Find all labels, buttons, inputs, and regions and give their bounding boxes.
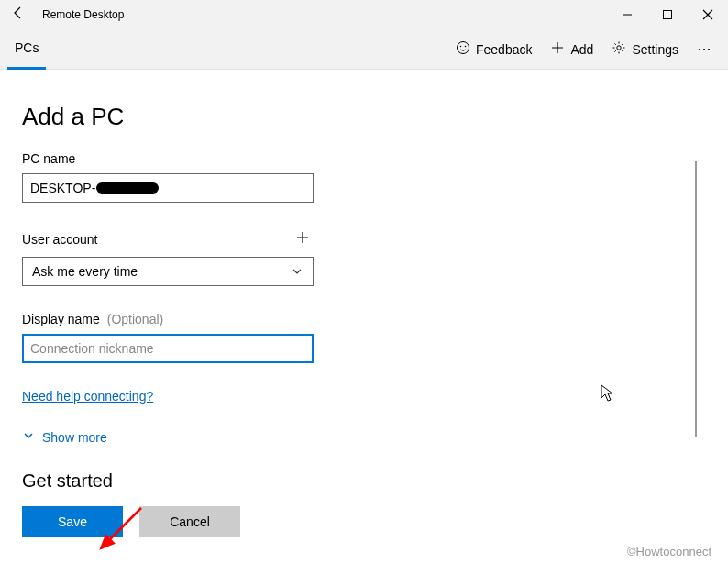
svg-point-8 (708, 48, 710, 50)
pc-name-label: PC name (22, 151, 352, 166)
user-account-label: User account (22, 232, 97, 247)
redacted-text (96, 182, 159, 194)
svg-point-3 (460, 46, 462, 48)
show-more-label: Show more (42, 430, 107, 445)
title-bar: Remote Desktop (0, 0, 728, 29)
user-account-select[interactable]: Ask me every time (22, 257, 314, 286)
chevron-down-icon (22, 429, 35, 445)
svg-rect-1 (664, 11, 672, 19)
show-more-toggle[interactable]: Show more (22, 429, 352, 445)
save-button[interactable]: Save (22, 506, 123, 537)
svg-point-5 (617, 46, 621, 50)
feedback-button[interactable]: Feedback (447, 33, 541, 66)
svg-point-2 (458, 42, 469, 54)
chevron-down-icon (291, 265, 303, 278)
cancel-label: Cancel (170, 514, 210, 529)
svg-point-7 (703, 48, 705, 50)
close-button[interactable] (688, 0, 728, 29)
back-button[interactable] (0, 6, 37, 24)
tab-label: PCs (15, 40, 39, 55)
add-label: Add (570, 42, 593, 57)
command-bar: PCs Feedback Add Settings (0, 29, 728, 70)
svg-point-4 (465, 46, 467, 48)
svg-point-6 (699, 48, 700, 50)
smiley-icon (456, 40, 470, 58)
minimize-button[interactable] (607, 0, 647, 29)
tab-pcs[interactable]: PCs (7, 29, 46, 70)
settings-button[interactable]: Settings (602, 33, 688, 66)
user-account-value: Ask me every time (32, 264, 138, 279)
feedback-label: Feedback (476, 42, 532, 57)
get-started-heading: Get started (22, 470, 352, 492)
add-user-account-button[interactable] (292, 228, 314, 249)
page-title: Add a PC (22, 103, 352, 131)
cancel-button[interactable]: Cancel (139, 506, 240, 537)
gear-icon (612, 40, 626, 58)
watermark: ©Howtoconnect (627, 545, 711, 558)
pc-name-field[interactable]: DESKTOP- (22, 173, 314, 203)
display-name-input[interactable] (30, 341, 305, 356)
save-label: Save (58, 514, 87, 529)
pc-name-value: DESKTOP- (30, 181, 95, 195)
display-name-field[interactable] (22, 334, 314, 363)
optional-hint: (Optional) (107, 312, 163, 326)
window-title: Remote Desktop (37, 8, 124, 21)
help-link[interactable]: Need help connecting? (22, 389, 153, 404)
settings-label: Settings (632, 42, 678, 57)
add-button[interactable]: Add (541, 33, 602, 66)
more-button[interactable] (688, 42, 721, 57)
scrollbar[interactable] (695, 161, 697, 437)
maximize-button[interactable] (647, 0, 688, 29)
display-name-label: Display name (Optional) (22, 312, 352, 326)
plus-icon (550, 40, 565, 58)
